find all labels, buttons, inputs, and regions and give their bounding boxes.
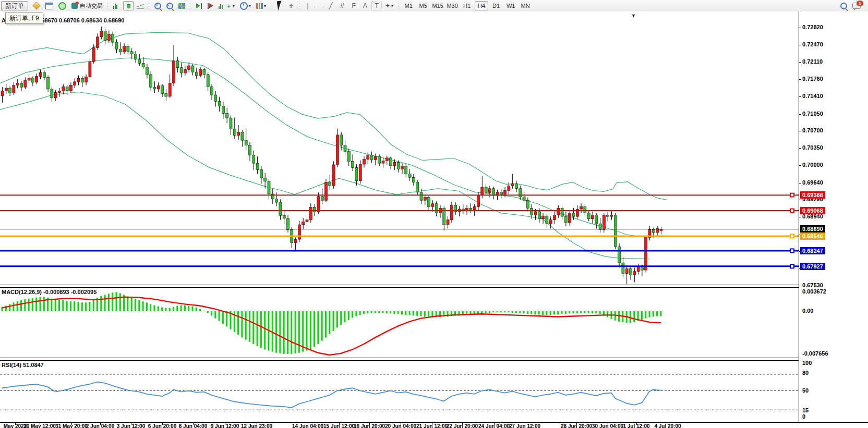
- level-line-marker[interactable]: [790, 249, 794, 252]
- price-chart-canvas[interactable]: [0, 11, 799, 285]
- bar-chart-mode-button[interactable]: [111, 1, 122, 10]
- search-button[interactable]: [838, 1, 849, 10]
- price-badge[interactable]: 0.69068: [800, 207, 825, 214]
- price-badge[interactable]: 0.68546: [800, 233, 825, 240]
- macd-histogram-bar: [43, 297, 45, 311]
- channel-tool-button[interactable]: //: [337, 1, 347, 10]
- candle: [123, 43, 126, 54]
- macd-histogram-bar: [78, 302, 79, 311]
- candle: [127, 44, 129, 55]
- candle: [466, 205, 468, 215]
- timeframe-m1-button[interactable]: M1: [402, 1, 415, 10]
- candle: [633, 267, 636, 282]
- horizontal-line-tool-button[interactable]: —: [314, 1, 324, 10]
- text-label-tool-button[interactable]: T: [371, 1, 382, 10]
- macd-histogram-bar: [241, 311, 243, 337]
- panel-separator[interactable]: [0, 285, 801, 288]
- chevron-down-icon: ▾: [391, 4, 393, 8]
- macd-histogram-bar: [142, 301, 144, 311]
- templates-button[interactable]: ▾: [254, 1, 268, 10]
- candle: [408, 169, 411, 180]
- macd-histogram-bar: [660, 311, 661, 316]
- plus-icon: ＋: [226, 2, 232, 10]
- timeframe-m30-button[interactable]: M30: [445, 1, 459, 10]
- candle: [107, 31, 110, 43]
- signals-button[interactable]: [56, 1, 68, 10]
- crosshair-tool-button[interactable]: +: [286, 1, 296, 10]
- macd-histogram-bar: [108, 294, 110, 311]
- candle: [473, 204, 476, 216]
- macd-histogram-bar: [573, 311, 574, 313]
- macd-panel[interactable]: MACD(12,26,9) -0.000893 -0.002095: [0, 287, 799, 358]
- timeframe-h1-button[interactable]: H1: [460, 1, 474, 10]
- chart-shift-button[interactable]: [205, 1, 215, 10]
- rsi-canvas[interactable]: [0, 360, 799, 422]
- arrows-tool-button[interactable]: ✦▾: [383, 1, 395, 10]
- macd-label: MACD(12,26,9) -0.000893 -0.002095: [2, 289, 97, 295]
- timeframe-m5-button[interactable]: M5: [416, 1, 430, 10]
- macd-histogram-bar: [119, 293, 121, 311]
- macd-histogram-bar: [306, 311, 308, 351]
- timeframe-w1-button[interactable]: W1: [504, 1, 517, 10]
- price-badge[interactable]: 0.68690: [800, 225, 825, 233]
- panel-separator[interactable]: [0, 358, 801, 361]
- macd-histogram-bar: [85, 302, 87, 311]
- trendline-tool-button[interactable]: ╱: [326, 1, 336, 10]
- indicators-button[interactable]: ＋▾: [216, 1, 237, 10]
- time-axis[interactable]: May 202230 May 12:0031 May 20:002 Jun 04…: [0, 422, 868, 428]
- price-axis[interactable]: 0.728200.724700.721100.717600.714100.710…: [799, 11, 868, 422]
- level-line-marker[interactable]: [790, 193, 794, 197]
- macd-histogram-bar: [504, 311, 505, 312]
- macd-histogram-bar: [580, 311, 582, 313]
- arrows-icon: ✦: [385, 2, 390, 9]
- timeframe-mn-button[interactable]: MN: [519, 1, 532, 10]
- new-order-button[interactable]: 新订单: [1, 1, 28, 10]
- level-line-marker[interactable]: [790, 234, 794, 238]
- price-chart-panel[interactable]: AUDUSD,H4 0.68670 0.68706 0.68634 0.6869…: [0, 11, 799, 285]
- candle: [92, 44, 95, 64]
- tile-windows-button[interactable]: [176, 1, 187, 10]
- auto-scroll-button[interactable]: [194, 1, 204, 10]
- signal-broadcast-icon: [58, 2, 66, 10]
- auto-trading-button[interactable]: 自动交易: [69, 1, 105, 10]
- macd-histogram-bar: [348, 311, 349, 320]
- macd-histogram-bar: [546, 311, 547, 315]
- candle: [62, 84, 65, 94]
- candle: [89, 59, 91, 79]
- candle: [176, 57, 179, 72]
- price-badge[interactable]: 0.68247: [800, 247, 825, 254]
- zoom-out-button[interactable]: -: [164, 1, 175, 10]
- chart-shift-marker[interactable]: ▼: [631, 13, 636, 18]
- macd-histogram-bar: [352, 311, 353, 318]
- price-badge[interactable]: 0.67927: [800, 263, 825, 270]
- new-chart-button[interactable]: [43, 1, 55, 10]
- candlestick-mode-button[interactable]: [123, 1, 134, 10]
- cursor-tool-button[interactable]: [274, 1, 285, 10]
- candle: [85, 75, 88, 85]
- price-axis-tick: [799, 183, 801, 184]
- periods-button[interactable]: ▾: [238, 1, 253, 10]
- bollinger-middle-band: [0, 58, 668, 237]
- macd-histogram-bar: [584, 311, 585, 313]
- timeframe-m15-button[interactable]: M15: [431, 1, 444, 10]
- price-badge[interactable]: 0.69388: [800, 191, 825, 199]
- level-line-marker[interactable]: [790, 264, 794, 268]
- timeframe-d1-button[interactable]: D1: [489, 1, 503, 10]
- rsi-panel[interactable]: RSI(14) 51.0847: [0, 360, 799, 422]
- zoom-in-button[interactable]: +: [152, 1, 163, 10]
- candle: [214, 91, 217, 107]
- macd-histogram-bar: [340, 311, 342, 325]
- macd-histogram-bar: [154, 305, 155, 311]
- template-palette-icon: [256, 3, 263, 9]
- candle: [660, 227, 662, 235]
- line-chart-mode-button[interactable]: [135, 1, 146, 10]
- fibonacci-tool-button[interactable]: F: [348, 1, 359, 10]
- macd-canvas[interactable]: [0, 287, 799, 358]
- price-axis-tick: [799, 114, 801, 115]
- timeframe-h4-button[interactable]: H4: [475, 1, 488, 10]
- vertical-line-tool-button[interactable]: |: [303, 1, 313, 10]
- level-line-marker[interactable]: [790, 209, 794, 213]
- notifications-button[interactable]: 1: [850, 1, 863, 10]
- market-button[interactable]: [31, 1, 42, 10]
- text-tool-button[interactable]: A: [360, 1, 370, 10]
